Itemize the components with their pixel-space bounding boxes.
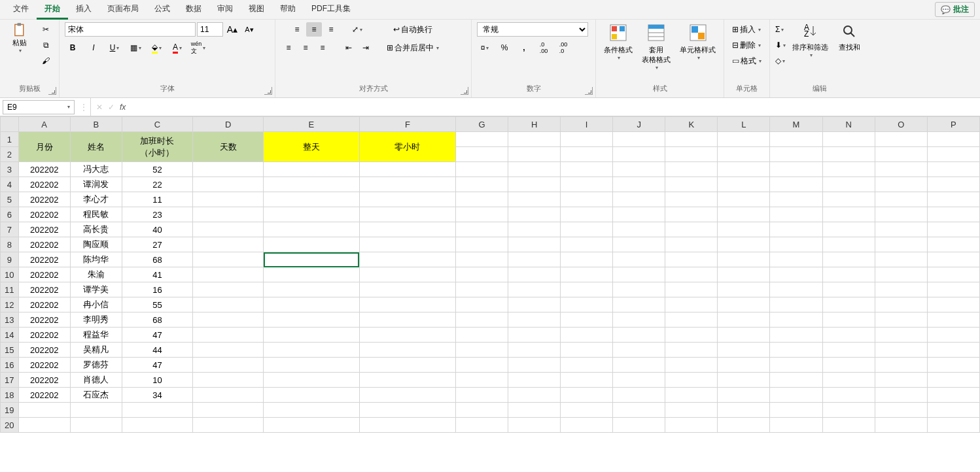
cell-M18[interactable] (770, 388, 822, 403)
cell-G15[interactable] (455, 343, 508, 358)
cell-M8[interactable] (770, 237, 822, 252)
increase-font-button[interactable]: A▴ (224, 22, 240, 37)
cell-I10[interactable] (561, 267, 613, 282)
cell-I6[interactable] (561, 207, 613, 222)
cell-K9[interactable] (665, 252, 718, 267)
cell-G1[interactable] (455, 132, 508, 147)
cell-J20[interactable] (613, 418, 665, 433)
cell-N18[interactable] (822, 388, 875, 403)
cell-P17[interactable] (927, 373, 979, 388)
cell-G9[interactable] (455, 252, 508, 267)
cell-M12[interactable] (770, 297, 822, 312)
cell-F1[interactable]: 零小时 (359, 132, 455, 162)
cell-J6[interactable] (613, 207, 665, 222)
font-name-combo[interactable] (65, 22, 196, 37)
cell-M3[interactable] (770, 162, 822, 177)
cell-E19[interactable] (264, 403, 360, 418)
cell-O16[interactable] (875, 358, 927, 373)
row-header-12[interactable]: 12 (1, 297, 19, 312)
cell-B17[interactable]: 肖德人 (70, 373, 122, 388)
format-as-table-button[interactable]: 套用 表格格式▾ (639, 22, 673, 72)
cell-B8[interactable]: 陶应顺 (70, 237, 122, 252)
cell-H1[interactable] (508, 132, 561, 147)
cell-P14[interactable] (927, 328, 979, 343)
row-header-4[interactable]: 4 (1, 177, 19, 192)
cell-P2[interactable] (927, 147, 979, 162)
cell-D20[interactable] (193, 418, 264, 433)
cell-M17[interactable] (770, 373, 822, 388)
col-header-J[interactable]: J (613, 117, 665, 132)
cell-G6[interactable] (455, 207, 508, 222)
cell-B20[interactable] (70, 418, 122, 433)
cell-H5[interactable] (508, 192, 561, 207)
cell-B16[interactable]: 罗德芬 (70, 358, 122, 373)
cell-G2[interactable] (455, 147, 508, 162)
cell-M5[interactable] (770, 192, 822, 207)
cell-B12[interactable]: 冉小信 (70, 297, 122, 312)
cell-L10[interactable] (718, 267, 770, 282)
cell-L12[interactable] (718, 297, 770, 312)
cell-P11[interactable] (927, 282, 979, 297)
cell-G3[interactable] (455, 162, 508, 177)
cell-J19[interactable] (613, 403, 665, 418)
menu-tab-1[interactable]: 开始 (37, 0, 68, 20)
cell-C5[interactable]: 11 (122, 192, 193, 207)
cell-C13[interactable]: 68 (122, 312, 193, 328)
align-middle-button[interactable]: ≡ (306, 22, 322, 37)
cell-F3[interactable] (359, 162, 455, 177)
percent-button[interactable]: % (497, 41, 512, 55)
cell-O12[interactable] (875, 297, 927, 312)
cell-O4[interactable] (875, 177, 927, 192)
cell-F8[interactable] (359, 237, 455, 252)
cell-C7[interactable]: 40 (122, 222, 193, 237)
cell-N13[interactable] (822, 312, 875, 328)
cell-O13[interactable] (875, 312, 927, 328)
cell-L3[interactable] (718, 162, 770, 177)
cell-B5[interactable]: 李心才 (70, 192, 122, 207)
cell-M9[interactable] (770, 252, 822, 267)
cell-O8[interactable] (875, 237, 927, 252)
cell-M4[interactable] (770, 177, 822, 192)
col-header-F[interactable]: F (359, 117, 455, 132)
cell-J11[interactable] (613, 282, 665, 297)
cell-P7[interactable] (927, 222, 979, 237)
cell-D1[interactable]: 天数 (193, 132, 264, 162)
cell-H9[interactable] (508, 252, 561, 267)
cell-A7[interactable]: 202202 (18, 222, 70, 237)
cell-L2[interactable] (718, 147, 770, 162)
cell-L7[interactable] (718, 222, 770, 237)
cell-G10[interactable] (455, 267, 508, 282)
cell-C14[interactable]: 47 (122, 328, 193, 343)
worksheet[interactable]: ABCDEFGHIJKLMNOP1月份姓名加班时长 （小时）天数整天零小时232… (0, 116, 980, 472)
cell-P13[interactable] (927, 312, 979, 328)
cell-D16[interactable] (193, 358, 264, 373)
comma-button[interactable]: , (516, 41, 532, 55)
cell-N10[interactable] (822, 267, 875, 282)
cell-K20[interactable] (665, 418, 718, 433)
cell-P3[interactable] (927, 162, 979, 177)
cell-K17[interactable] (665, 373, 718, 388)
cell-J9[interactable] (613, 252, 665, 267)
align-bottom-button[interactable]: ≡ (323, 22, 339, 37)
autosum-button[interactable]: Σ▾ (775, 22, 784, 37)
cell-C20[interactable] (122, 418, 193, 433)
row-header-6[interactable]: 6 (1, 207, 19, 222)
cell-B19[interactable] (70, 403, 122, 418)
cell-I20[interactable] (561, 418, 613, 433)
cell-O3[interactable] (875, 162, 927, 177)
cell-O17[interactable] (875, 373, 927, 388)
row-header-19[interactable]: 19 (1, 403, 19, 418)
col-header-D[interactable]: D (193, 117, 264, 132)
cell-C1[interactable]: 加班时长 （小时） (122, 132, 193, 162)
border-button[interactable]: ▦▾ (128, 41, 143, 55)
cell-A17[interactable]: 202202 (18, 373, 70, 388)
cell-M11[interactable] (770, 282, 822, 297)
cell-P18[interactable] (927, 388, 979, 403)
cell-D4[interactable] (193, 177, 264, 192)
cell-F18[interactable] (359, 388, 455, 403)
cell-M16[interactable] (770, 358, 822, 373)
cell-G19[interactable] (455, 403, 508, 418)
col-header-K[interactable]: K (665, 117, 718, 132)
cell-J1[interactable] (613, 132, 665, 147)
cell-C10[interactable]: 41 (122, 267, 193, 282)
